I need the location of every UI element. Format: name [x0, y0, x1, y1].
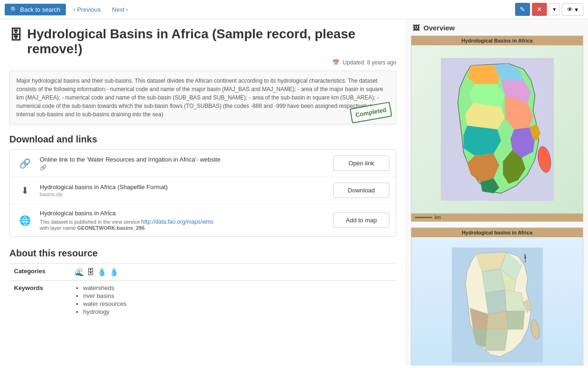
about-row-keywords: Keywords watersheds river basins water r… [9, 281, 396, 320]
add-to-map-button[interactable]: Add to map [333, 212, 389, 228]
eye-icon: 👁 [567, 6, 573, 13]
overview-label: Overview [423, 24, 455, 32]
database-icon: 🗄 [9, 28, 22, 43]
map1-scale-label: km [435, 215, 441, 220]
about-section: Categories 🌊 🗄 💧 💧 Keywords [9, 263, 396, 320]
page-title: Hydrological Basins in Africa (Sample re… [27, 27, 396, 57]
next-button[interactable]: Next › [108, 4, 132, 15]
download-icon: ⬇ [16, 185, 33, 196]
map1-scale: ━━━━━━ [415, 215, 432, 220]
water-drop-icon-2: 💧 [109, 268, 119, 276]
keywords-label: Keywords [9, 281, 70, 320]
download-button[interactable]: Download [333, 183, 389, 198]
edit-button[interactable]: ✎ [515, 3, 530, 16]
shapefile-subtitle: basins.zip [40, 191, 327, 197]
add-to-map-action: Add to map [333, 212, 389, 228]
keyword-hydrology: hydrology [83, 308, 392, 315]
keyword-water-resources: water resources [83, 300, 392, 307]
shapefile-row-content: Hydrological basins in Africa (Shapefile… [40, 184, 327, 197]
shapefile-title: Hydrological basins in Africa (Shapefile… [40, 184, 327, 191]
wms-row-content: Hydrological basins in Africa This datas… [40, 210, 327, 231]
open-link-action: Open link [333, 156, 389, 171]
overview-map1-box: Hydrological Basins in Africa [411, 35, 583, 222]
delete-button[interactable]: ✕ [532, 3, 547, 16]
categories-label: Categories [9, 264, 70, 281]
keyword-river-basins: river basins [83, 292, 392, 299]
open-link-button[interactable]: Open link [333, 156, 389, 171]
more-dropdown-button[interactable]: ▾ [549, 3, 560, 15]
map2-title-bar: Hydrological basins in Africa [411, 228, 583, 237]
search-icon: 🔍 [10, 6, 18, 13]
previous-button[interactable]: ‹ Previous [70, 4, 105, 15]
view-dropdown-icon: ▾ [575, 6, 578, 13]
wms-link[interactable]: http://data.fao.org/maps/wms [141, 219, 214, 225]
overview-header: 🖼 Overview [411, 24, 583, 32]
left-panel: 🗄 Hydrological Basins in Africa (Sample … [0, 19, 406, 366]
water-icon: 🌊 [75, 268, 84, 276]
map1-placeholder [411, 45, 583, 213]
keyword-watersheds: watersheds [83, 284, 392, 291]
page-title-container: 🗄 Hydrological Basins in Africa (Sample … [9, 27, 396, 57]
download-row-wms: 🌐 Hydrological basins in Africa This dat… [10, 204, 396, 236]
link-row-content: Online link to the 'Water Resources and … [40, 156, 327, 171]
categories-icons: 🌊 🗄 💧 💧 [75, 268, 392, 276]
keywords-list: watersheds river basins water resources … [75, 284, 392, 315]
link-icon: 🔗 [16, 158, 33, 169]
water-drop-icon-1: 💧 [97, 268, 107, 276]
calendar-icon: 📅 [332, 59, 339, 66]
download-action: Download [333, 183, 389, 198]
description-text: Major hydrological basins and their sub-… [16, 78, 383, 118]
download-row-shapefile: ⬇ Hydrological basins in Africa (Shapefi… [10, 177, 396, 204]
updated-text: Updated: 8 years ago [343, 59, 396, 66]
map1-bottom-bar: ━━━━━━ km [411, 213, 583, 221]
main-layout: 🗄 Hydrological Basins in Africa (Sample … [0, 19, 588, 366]
about-row-categories: Categories 🌊 🗄 💧 💧 [9, 264, 396, 281]
wms-title: Hydrological basins in Africa [40, 210, 327, 217]
db-cat-icon: 🗄 [87, 268, 94, 276]
view-button[interactable]: 👁 ▾ [562, 3, 583, 16]
map2-placeholder: N [411, 237, 583, 366]
keywords-value: watersheds river basins water resources … [70, 281, 396, 320]
overview-map2-box: Hydrological basins in Africa [411, 227, 583, 366]
top-nav: 🔍 Back to search ‹ Previous Next › ✎ ✕ ▾… [0, 0, 588, 19]
updated-line: 📅 Updated: 8 years ago [9, 59, 396, 66]
map1-title-bar: Hydrological Basins in Africa [411, 36, 583, 45]
link-anchor[interactable]: 🔗 [40, 164, 47, 171]
link-title: Online link to the 'Water Resources and … [40, 156, 327, 163]
image-icon: 🖼 [413, 24, 420, 32]
toolbar-right: ✎ ✕ ▾ 👁 ▾ [515, 3, 583, 16]
globe-icon: 🌐 [16, 215, 33, 226]
about-section-title: About this resource [9, 248, 396, 259]
africa-map-svg-2: N [424, 248, 570, 363]
about-table: Categories 🌊 🗄 💧 💧 Keywords [9, 263, 396, 320]
download-section-title: Download and links [9, 134, 396, 145]
download-section: 🔗 Online link to the 'Water Resources an… [9, 149, 396, 237]
africa-map-svg-1 [424, 58, 570, 201]
map1-title: Hydrological Basins in Africa [461, 38, 532, 43]
categories-value: 🌊 🗄 💧 💧 [70, 264, 396, 281]
map2-title: Hydrological basins in Africa [462, 230, 532, 235]
description-box: Major hydrological basins and their sub-… [9, 71, 396, 125]
right-panel: 🖼 Overview Hydrological Basins in Africa [406, 19, 588, 366]
download-row-link: 🔗 Online link to the 'Water Resources an… [10, 150, 396, 177]
wms-meta: This dataset is published in the view se… [40, 219, 327, 231]
back-to-search-button[interactable]: 🔍 Back to search [5, 4, 66, 15]
